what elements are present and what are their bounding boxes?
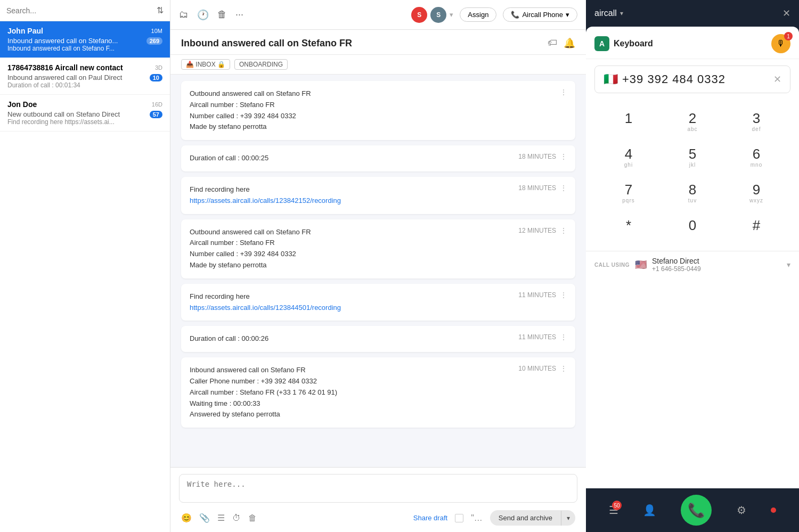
send-archive-dropdown[interactable]: ▾	[561, 511, 575, 526]
share-draft-button[interactable]: Share draft	[413, 514, 447, 522]
compose-input[interactable]	[179, 474, 577, 503]
aircall-dropdown-icon[interactable]: ▾	[620, 10, 623, 17]
assign-button[interactable]: Assign	[460, 7, 496, 22]
recording-icon[interactable]	[771, 508, 776, 513]
messages-area: Outbound answered call on Stefano FRAirc…	[170, 75, 586, 467]
sort-icon[interactable]: ⇅	[157, 5, 164, 15]
dial-key-*[interactable]: *	[597, 211, 661, 247]
msg-more-icon[interactable]: ⋮	[560, 333, 567, 341]
tag-inbox[interactable]: 📥 INBOX 🔒	[181, 59, 230, 70]
dial-key-1[interactable]: 1	[597, 104, 661, 140]
conv-name: John Paul	[7, 27, 43, 35]
tags-row: 📥 INBOX 🔒 ONBOARDING	[170, 55, 586, 75]
dial-sub-7: pqrs	[622, 198, 634, 203]
msg-line: Caller Phone number : +39 392 484 0332	[190, 376, 337, 387]
label-icon[interactable]: 🏷	[548, 37, 557, 49]
send-archive-button[interactable]: Send and archive ▾	[490, 510, 575, 526]
msg-body: Find recording herehttps://assets.aircal…	[190, 184, 341, 207]
msg-link[interactable]: https://assets.aircall.io/calls/12384450…	[190, 304, 341, 312]
aircall-title: aircall ▾	[594, 9, 623, 18]
dial-key-8[interactable]: 8 tuv	[661, 175, 724, 211]
avatars-dropdown[interactable]: ▾	[450, 11, 453, 19]
dial-main-1: 1	[625, 111, 632, 125]
dial-key-5[interactable]: 5 jkl	[661, 140, 724, 175]
search-input[interactable]	[6, 6, 157, 15]
msg-time: 11 MINUTES ⋮	[518, 333, 567, 341]
aircall-phone-label: Aircall Phone	[522, 11, 563, 19]
dialpad: 1 2 abc 3 def 4 ghi 5 jkl 6 mno 7 pqrs 8…	[586, 100, 799, 251]
msg-more-icon[interactable]: ⋮	[560, 153, 567, 160]
keyboard-label-text: Keyboard	[614, 39, 653, 48]
aircall-phone-button[interactable]: 📞 Aircall Phone ▾	[503, 7, 577, 22]
dial-key-2[interactable]: 2 abc	[661, 104, 724, 140]
clock-icon[interactable]: 🕐	[197, 9, 209, 21]
conversation-item[interactable]: John Paul 10M Inbound answered call on S…	[0, 21, 170, 58]
timer-icon[interactable]: ⏱	[232, 513, 241, 523]
keyboard-top: A Keyboard 🎙 1	[586, 27, 799, 59]
top-bar-icons: 🗂 🕐 🗑 ···	[179, 9, 243, 21]
dial-main-2: 2	[689, 111, 696, 125]
dial-key-6[interactable]: 6 mno	[724, 140, 788, 175]
aircall-close-button[interactable]: ✕	[782, 7, 790, 19]
msg-more-icon[interactable]: ⋮	[560, 184, 567, 192]
settings-icon[interactable]: ⚙	[737, 504, 746, 517]
avatar-s2[interactable]: S	[430, 7, 446, 23]
msg-more-icon[interactable]: ⋮	[560, 365, 567, 372]
conv-preview: Inbound answered call on Stefano F...	[7, 45, 162, 52]
more-icon[interactable]: ···	[235, 9, 243, 20]
msg-link[interactable]: https://assets.aircall.io/calls/12384215…	[190, 197, 341, 204]
dial-key-#[interactable]: #	[724, 211, 788, 247]
conversation-item[interactable]: 17864738816 Aircall new contact 3D Inbou…	[0, 58, 170, 95]
phone-dropdown-icon: ▾	[566, 11, 569, 19]
msg-time: 11 MINUTES ⋮	[518, 291, 567, 299]
conversations-icon[interactable]: ☰ 50	[609, 504, 618, 517]
conv-preview: Find recording here https://assets.ai...	[7, 118, 162, 126]
keyboard-area: A Keyboard 🎙 1 🇮🇹 +39 392 484 0332 ✕ 1 2…	[586, 27, 799, 488]
search-bar: ⇅	[0, 0, 170, 21]
checkbox-icon[interactable]	[455, 514, 463, 522]
dial-main-9: 9	[753, 183, 760, 197]
msg-more-icon[interactable]: ⋮	[560, 88, 567, 96]
mic-button[interactable]: 🎙 1	[771, 34, 790, 53]
dial-main-7: 7	[625, 183, 632, 197]
aircall-bottom-bar: ☰ 50 👤 📞 ⚙	[586, 488, 799, 532]
dial-key-3[interactable]: 3 def	[724, 104, 788, 140]
msg-more-icon[interactable]: ⋮	[560, 227, 567, 234]
keyboard-label: A Keyboard	[594, 36, 653, 51]
main-panel: 🗂 🕐 🗑 ··· S S ▾ Assign 📞 Aircall Phone ▾…	[170, 0, 586, 532]
send-archive-label: Send and archive	[490, 510, 561, 526]
contacts-icon[interactable]: 👤	[643, 504, 656, 517]
phone-icon: 📞	[511, 11, 519, 19]
phone-input-row: 🇮🇹 +39 392 484 0332 ✕	[594, 66, 790, 93]
msg-line: Aircall number : Stefano FR	[190, 238, 311, 249]
checklist-icon[interactable]: ☰	[217, 513, 225, 523]
attachment-icon[interactable]: 📎	[199, 513, 210, 523]
msg-line: Outbound answered call on Stefano FR	[190, 88, 311, 100]
call-using-dropdown[interactable]: ▾	[787, 260, 790, 269]
msg-body: Inbound answered call on Stefano FRCalle…	[190, 365, 337, 420]
emoji-icon[interactable]: 😊	[181, 513, 192, 523]
dial-key-9[interactable]: 9 wxyz	[724, 175, 788, 211]
dial-key-4[interactable]: 4 ghi	[597, 140, 661, 175]
trash-icon[interactable]: 🗑	[217, 9, 227, 20]
conv-badge: 57	[150, 111, 162, 118]
clear-phone-button[interactable]: ✕	[773, 73, 781, 85]
msg-more-icon[interactable]: ⋮	[560, 291, 567, 299]
avatar-s1[interactable]: S	[411, 7, 427, 23]
msg-line: Waiting time : 00:00:33	[190, 398, 337, 410]
message-card: Outbound answered call on Stefano FRAirc…	[181, 219, 575, 279]
avatar-group: S S ▾	[411, 7, 453, 23]
tag-onboarding[interactable]: ONBOARDING	[234, 59, 288, 70]
more-options-icon[interactable]: "…	[471, 513, 483, 523]
dial-key-0[interactable]: 0	[661, 211, 724, 247]
archive-icon[interactable]: 🗂	[179, 9, 189, 20]
msg-header: Find recording herehttps://assets.aircal…	[190, 291, 567, 314]
conversation-item[interactable]: Jon Doe 16D New outbound call on Stefano…	[0, 95, 170, 132]
delete-icon[interactable]: 🗑	[248, 513, 257, 523]
msg-body: Duration of call : 00:00:26	[190, 333, 268, 345]
bell-icon[interactable]: 🔔	[564, 37, 575, 49]
dial-key-7[interactable]: 7 pqrs	[597, 175, 661, 211]
call-button[interactable]: 📞	[681, 495, 712, 526]
msg-body: Find recording herehttps://assets.aircal…	[190, 291, 341, 314]
message-card: Inbound answered call on Stefano FRCalle…	[181, 357, 575, 428]
